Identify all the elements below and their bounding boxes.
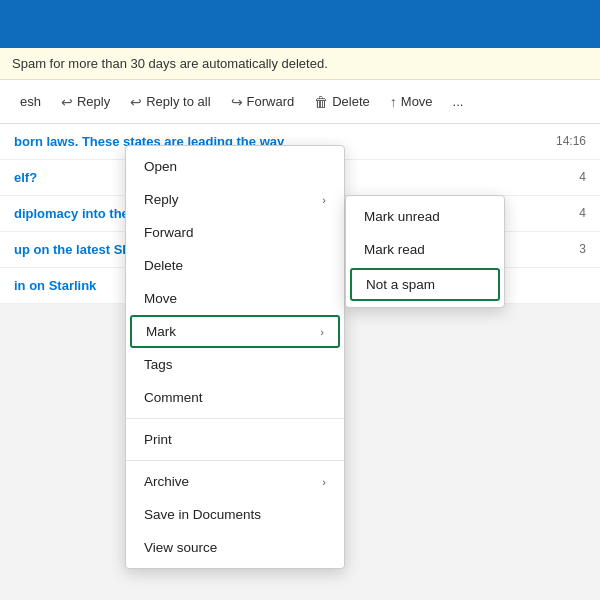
menu-item-move[interactable]: Move — [126, 282, 344, 315]
menu-separator — [126, 460, 344, 461]
more-label: ... — [453, 94, 464, 109]
submenu-item-not-spam[interactable]: Not a spam — [350, 268, 500, 301]
toolbar-more[interactable]: ... — [445, 90, 472, 113]
toolbar-move[interactable]: ↑ Move — [382, 90, 441, 114]
menu-item-reply[interactable]: Reply › — [126, 183, 344, 216]
menu-label: Open — [144, 159, 177, 174]
menu-item-delete[interactable]: Delete — [126, 249, 344, 282]
menu-label: Save in Documents — [144, 507, 261, 522]
email-time: 4 — [579, 206, 586, 220]
forward-icon: ↪ — [231, 94, 243, 110]
menu-label: Mark — [146, 324, 176, 339]
delete-icon: 🗑 — [314, 94, 328, 110]
menu-label: Forward — [144, 225, 194, 240]
menu-label: Delete — [144, 258, 183, 273]
menu-label: Reply — [144, 192, 179, 207]
toolbar-reply-all[interactable]: ↩ Reply to all — [122, 90, 218, 114]
toolbar-forward[interactable]: ↪ Forward — [223, 90, 303, 114]
menu-label: Move — [144, 291, 177, 306]
email-time: 3 — [579, 242, 586, 256]
menu-item-save-documents[interactable]: Save in Documents — [126, 498, 344, 531]
context-menu: Open Reply › Forward Delete Move Mark › … — [125, 145, 345, 569]
menu-label: Print — [144, 432, 172, 447]
chevron-right-icon: › — [322, 476, 326, 488]
menu-item-mark[interactable]: Mark › — [130, 315, 340, 348]
email-time: 14:16 — [556, 134, 586, 148]
warning-banner: Spam for more than 30 days are automatic… — [0, 48, 600, 80]
reply-label: Reply — [77, 94, 110, 109]
submenu-label: Not a spam — [366, 277, 435, 292]
toolbar-reply[interactable]: ↩ Reply — [53, 90, 118, 114]
move-label: Move — [401, 94, 433, 109]
menu-label: Archive — [144, 474, 189, 489]
move-icon: ↑ — [390, 94, 397, 110]
menu-item-open[interactable]: Open — [126, 150, 344, 183]
delete-label: Delete — [332, 94, 370, 109]
toolbar: esh ↩ Reply ↩ Reply to all ↪ Forward 🗑 D… — [0, 80, 600, 124]
chevron-right-icon: › — [322, 194, 326, 206]
menu-label: Comment — [144, 390, 203, 405]
warning-text: Spam for more than 30 days are automatic… — [12, 56, 328, 71]
email-time: 4 — [579, 170, 586, 184]
forward-label: Forward — [247, 94, 295, 109]
toolbar-refresh[interactable]: esh — [12, 90, 49, 113]
menu-item-tags[interactable]: Tags — [126, 348, 344, 381]
menu-separator — [126, 418, 344, 419]
top-bar — [0, 0, 600, 48]
reply-icon: ↩ — [61, 94, 73, 110]
menu-item-print[interactable]: Print — [126, 423, 344, 456]
submenu-label: Mark unread — [364, 209, 440, 224]
chevron-right-icon: › — [320, 326, 324, 338]
menu-item-forward[interactable]: Forward — [126, 216, 344, 249]
email-subject: in on Starlink — [14, 278, 96, 293]
menu-item-comment[interactable]: Comment — [126, 381, 344, 414]
menu-label: View source — [144, 540, 217, 555]
email-subject: elf? — [14, 170, 37, 185]
menu-label: Tags — [144, 357, 173, 372]
menu-item-view-source[interactable]: View source — [126, 531, 344, 564]
submenu-item-mark-unread[interactable]: Mark unread — [346, 200, 504, 233]
submenu-label: Mark read — [364, 242, 425, 257]
toolbar-delete[interactable]: 🗑 Delete — [306, 90, 378, 114]
submenu: Mark unread Mark read Not a spam — [345, 195, 505, 308]
reply-all-icon: ↩ — [130, 94, 142, 110]
reply-all-label: Reply to all — [146, 94, 210, 109]
menu-item-archive[interactable]: Archive › — [126, 465, 344, 498]
refresh-label: esh — [20, 94, 41, 109]
submenu-item-mark-read[interactable]: Mark read — [346, 233, 504, 266]
email-subject: up on the latest SEC — [14, 242, 140, 257]
